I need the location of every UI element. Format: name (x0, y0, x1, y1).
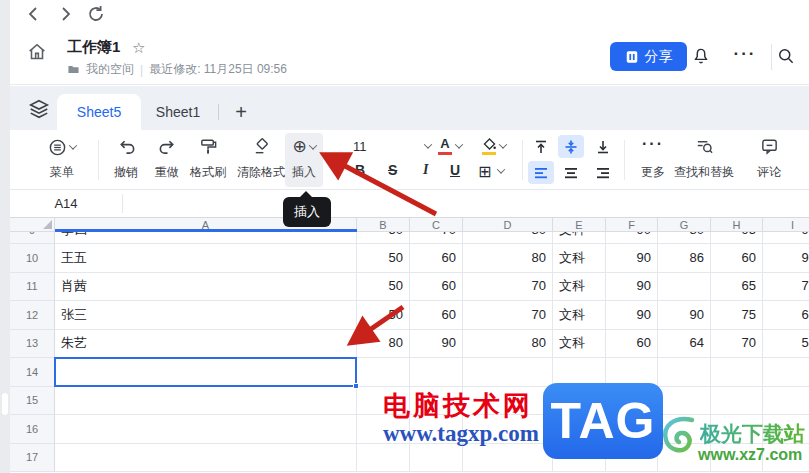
comment-button[interactable]: 评论 (746, 133, 792, 187)
row-header-10[interactable]: 10 (10, 244, 55, 273)
cell-B14[interactable] (357, 358, 410, 387)
cell-F11[interactable]: 90 (606, 273, 658, 302)
add-sheet-button[interactable]: + (226, 94, 256, 130)
cell-H14[interactable] (711, 358, 763, 387)
align-left-button[interactable] (528, 161, 554, 184)
cell-B17[interactable] (357, 444, 410, 473)
cell-C10[interactable]: 60 (410, 244, 463, 273)
cell-F13[interactable]: 60 (606, 330, 658, 359)
cell-B13[interactable]: 80 (357, 330, 410, 359)
column-header-I[interactable]: I (763, 218, 809, 232)
align-top-button[interactable] (528, 135, 554, 158)
cell-H13[interactable]: 70 (711, 330, 763, 359)
chevron-down-icon[interactable] (497, 165, 505, 173)
cell-C14[interactable] (410, 358, 463, 387)
cell-B12[interactable]: 50 (357, 301, 410, 330)
star-icon[interactable]: ☆ (132, 39, 145, 57)
cell-B10[interactable]: 50 (357, 244, 410, 273)
bold-button[interactable]: B (355, 162, 365, 178)
cell-I10[interactable]: 92 (763, 244, 809, 273)
cell-E11[interactable]: 文科 (553, 273, 606, 302)
row-header-13[interactable]: 13 (10, 330, 55, 359)
search-icon[interactable] (776, 46, 796, 66)
row-header-15[interactable]: 15 (10, 387, 55, 416)
cell-H9[interactable]: 95 (711, 232, 763, 244)
align-bottom-button[interactable] (590, 135, 616, 158)
cell-H11[interactable]: 65 (711, 273, 763, 302)
cell-G12[interactable]: 90 (658, 301, 711, 330)
menu-button[interactable]: 菜单 (36, 133, 88, 187)
cell-A16[interactable] (55, 415, 357, 444)
column-header-B[interactable]: B (357, 218, 410, 232)
cell-B9[interactable]: 50 (357, 232, 410, 244)
back-icon[interactable] (25, 5, 43, 23)
cell-C13[interactable]: 90 (410, 330, 463, 359)
cell-C9[interactable]: 70 (410, 232, 463, 244)
borders-button[interactable]: ⊞ (478, 162, 491, 181)
column-header-F[interactable]: F (606, 218, 658, 232)
row-header-11[interactable]: 11 (10, 273, 55, 302)
cell-A13[interactable]: 朱艺 (55, 330, 357, 359)
cell-I9[interactable]: 90 (763, 232, 809, 244)
cell-A10[interactable]: 王五 (55, 244, 357, 273)
cell-F10[interactable]: 90 (606, 244, 658, 273)
cell-G11[interactable] (658, 273, 711, 302)
row-header-12[interactable]: 12 (10, 301, 55, 330)
home-icon[interactable] (26, 41, 48, 63)
cell-A17[interactable] (55, 444, 357, 473)
column-header-C[interactable]: C (410, 218, 463, 232)
find-replace-button[interactable]: 查找和替换 (668, 133, 740, 187)
bell-icon[interactable] (691, 46, 711, 66)
cell-A15[interactable] (55, 387, 357, 416)
cell-I12[interactable]: 64 (763, 301, 809, 330)
row-header-9[interactable]: 9 (10, 232, 55, 244)
insert-button[interactable]: ⊕ 插入 (285, 133, 323, 187)
workspace-label[interactable]: 我的空间 (86, 61, 134, 78)
align-right-button[interactable] (590, 161, 616, 184)
cell-D11[interactable]: 70 (463, 273, 553, 302)
column-header-D[interactable]: D (463, 218, 553, 232)
column-header-E[interactable]: E (553, 218, 606, 232)
forward-icon[interactable] (56, 5, 74, 23)
share-button[interactable]: 分享 (610, 42, 687, 71)
cell-G13[interactable]: 64 (658, 330, 711, 359)
cell-E10[interactable]: 文科 (553, 244, 606, 273)
row-header-14[interactable]: 14 (10, 358, 55, 387)
strikethrough-button[interactable]: S (388, 162, 397, 178)
cell-G10[interactable]: 86 (658, 244, 711, 273)
refresh-icon[interactable] (87, 5, 105, 23)
cell-D10[interactable]: 80 (463, 244, 553, 273)
tab-sheet5[interactable]: Sheet5 (57, 94, 141, 130)
cell-H15[interactable] (711, 387, 763, 416)
cell-C17[interactable] (410, 444, 463, 473)
cell-D13[interactable]: 80 (463, 330, 553, 359)
undo-button[interactable]: 撤销 (106, 133, 146, 187)
cell-I13[interactable]: 58 (763, 330, 809, 359)
cell-A9[interactable]: 李四 (55, 232, 357, 244)
clear-format-button[interactable]: 清除格式 (232, 133, 290, 187)
row-header-17[interactable]: 17 (10, 444, 55, 473)
font-size-dropdown[interactable]: 11 (345, 135, 435, 157)
cell-H10[interactable]: 60 (711, 244, 763, 273)
cell-E12[interactable]: 文科 (553, 301, 606, 330)
select-all-corner[interactable] (10, 218, 55, 232)
column-header-H[interactable]: H (711, 218, 763, 232)
cell-B11[interactable]: 50 (357, 273, 410, 302)
cell-E13[interactable]: 文科 (553, 330, 606, 359)
cell-G14[interactable] (658, 358, 711, 387)
sheet-manager-icon[interactable] (28, 98, 50, 120)
cell-F12[interactable]: 90 (606, 301, 658, 330)
fill-handle[interactable] (353, 383, 359, 389)
cell-D9[interactable]: 80 (463, 232, 553, 244)
column-header-G[interactable]: G (658, 218, 711, 232)
format-painter-button[interactable]: 格式刷 (184, 133, 232, 187)
redo-button[interactable]: 重做 (147, 133, 187, 187)
cell-D12[interactable]: 70 (463, 301, 553, 330)
cell-D17[interactable] (463, 444, 553, 473)
cell-H12[interactable]: 75 (711, 301, 763, 330)
cell-A12[interactable]: 张三 (55, 301, 357, 330)
row-header-16[interactable]: 16 (10, 415, 55, 444)
align-middle-button[interactable] (558, 135, 584, 158)
cell-G15[interactable] (658, 387, 711, 416)
cell-I15[interactable] (763, 387, 809, 416)
